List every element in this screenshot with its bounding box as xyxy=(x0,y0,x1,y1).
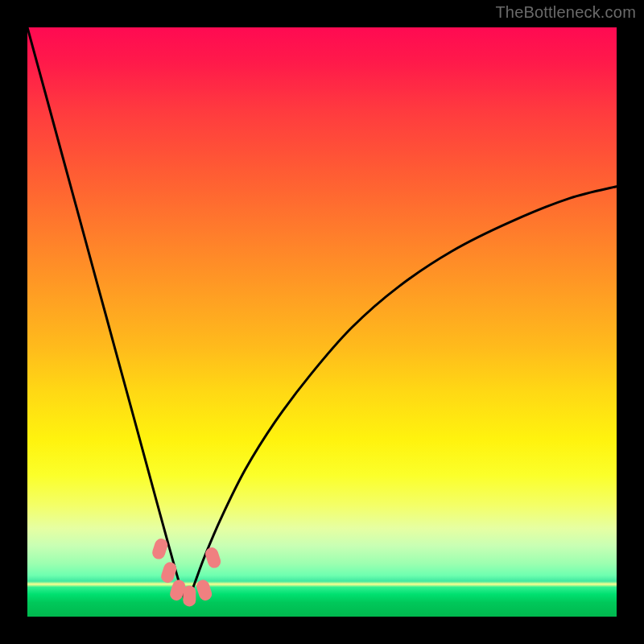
plot-area xyxy=(27,27,617,617)
chart-frame: TheBottleneck.com xyxy=(0,0,644,644)
curve-marker xyxy=(159,560,178,584)
curve-marker xyxy=(195,578,213,602)
watermark-text: TheBottleneck.com xyxy=(495,3,636,22)
curve-svg xyxy=(27,27,617,617)
curve-marker xyxy=(183,585,196,606)
bottleneck-curve xyxy=(27,27,617,601)
